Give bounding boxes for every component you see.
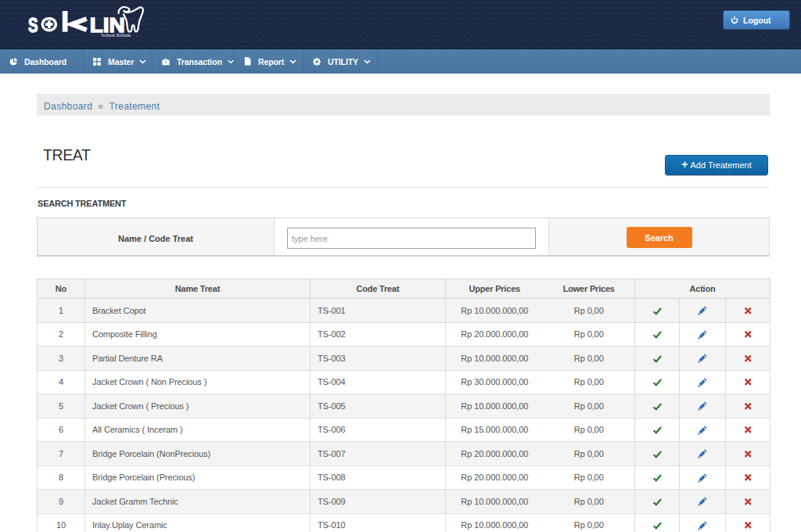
svg-text:S: S [28, 13, 38, 37]
svg-text:Solusi Klinik: Solusi Klinik [101, 32, 131, 38]
